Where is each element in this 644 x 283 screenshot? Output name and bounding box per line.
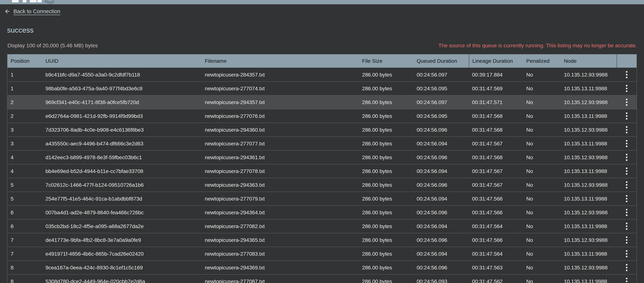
cell-queued-duration: 00:24:56.094 <box>414 196 469 202</box>
column-header-lineage-duration[interactable]: Lineage Duration <box>469 54 523 68</box>
column-header-node[interactable]: Node <box>561 54 616 68</box>
cell-node: 10.135.13.11:9988 <box>561 141 616 147</box>
cell-filename: newtopicusera-277079.txt <box>202 196 359 202</box>
column-header-filename[interactable]: Filename <box>202 54 359 68</box>
column-header-queued-duration[interactable]: Queued Duration <box>414 54 469 68</box>
cell-file-size: 286.00 bytes <box>359 99 414 105</box>
cell-file-size: 286.00 bytes <box>359 85 414 92</box>
table-row[interactable]: 2 969cf341-e40c-4171-8f38-a0fce5fb720d n… <box>8 95 636 109</box>
more-vert-icon <box>626 126 628 133</box>
row-menu-button[interactable] <box>624 193 629 204</box>
cell-queued-duration: 00:24:56.096 <box>414 237 469 243</box>
row-menu-button[interactable] <box>624 138 629 149</box>
cell-queued-duration: 00:24:56.094 <box>414 141 469 147</box>
cell-filename: newtopicusera-277083.txt <box>202 251 359 257</box>
cell-position: 8 <box>8 278 42 283</box>
cell-queued-duration: 00:24:56.094 <box>414 251 469 257</box>
back-to-connection-link[interactable]: Back to Connection <box>4 8 60 14</box>
cell-node: 10.135.12.93:9988 <box>561 154 616 161</box>
row-menu-button[interactable] <box>624 166 629 177</box>
back-arrow-icon <box>4 8 10 14</box>
table-row[interactable]: 5 254e77f5-41e5-464c-91ca-b1abdbbf873d n… <box>8 192 636 205</box>
row-menu-button[interactable] <box>624 207 629 218</box>
table-row[interactable]: 3 a435550c-aec9-4496-b474-df666c3e2d63 n… <box>8 136 636 150</box>
row-menu-button[interactable] <box>624 124 629 135</box>
table-row[interactable]: 1 98bab0fe-a563-475a-9a40-977f4bd3e6c8 n… <box>8 81 636 95</box>
column-header-file-size[interactable]: File Size <box>359 54 414 68</box>
table-row[interactable]: 6 007ba4d1-ad2e-4879-8640-fea466c726bc n… <box>8 205 636 219</box>
row-menu-button[interactable] <box>624 262 629 273</box>
cell-position: 5 <box>8 196 42 202</box>
cell-file-size: 286.00 bytes <box>359 182 414 188</box>
row-menu-button[interactable] <box>624 83 629 94</box>
cell-uuid: de41773e-9bfa-4fb2-8bc8-3e7a0a9a0fe9 <box>42 237 202 243</box>
cell-queued-duration: 00:24:56.094 <box>414 223 469 229</box>
cell-file-size: 286.00 bytes <box>359 154 414 161</box>
table-row[interactable]: 8 9cea167a-0eea-424c-8930-8c1ef1c5c169 n… <box>8 261 636 274</box>
cell-position: 1 <box>8 85 42 92</box>
table-row[interactable]: 5 7c02612c-1466-477f-b124-09510726a1b6 n… <box>8 178 636 192</box>
cell-filename: newtopicusera-277078.txt <box>202 168 359 174</box>
table-row[interactable]: 8 5308d780-dce2-4449-964e-020cbb7e2d6a n… <box>8 274 636 283</box>
row-menu-button[interactable] <box>624 152 629 163</box>
cell-penalized: No <box>523 85 561 92</box>
table-row[interactable]: 3 7d323706-8adb-4c0e-b908-e4c6136f8be3 n… <box>8 123 636 136</box>
nifi-logo-partial <box>12 0 68 4</box>
cell-uuid: 5308d780-dce2-4449-964e-020cbb7e2d6a <box>42 278 202 283</box>
cell-lineage-duration: 00:31:47.568 <box>469 113 523 119</box>
cell-position: 3 <box>8 141 42 147</box>
row-menu-button[interactable] <box>624 69 629 80</box>
row-menu-button[interactable] <box>624 180 629 190</box>
cell-position: 6 <box>8 223 42 229</box>
column-header-penalized[interactable]: Penalized <box>523 54 561 68</box>
queue-table-header: Position UUID Filename File Size Queued … <box>8 54 636 68</box>
cell-uuid: 7c02612c-1466-477f-b124-09510726a1b6 <box>42 182 202 188</box>
cell-filename: newtopicusera-294369.txt <box>202 265 359 271</box>
cell-queued-duration: 00:24:56.093 <box>414 278 469 283</box>
queue-table: Position UUID Filename File Size Queued … <box>7 54 637 283</box>
cell-position: 7 <box>8 251 42 257</box>
row-menu-button[interactable] <box>624 111 629 121</box>
cell-uuid: 035cb2bd-18c2-4f5e-a095-a68a2677da2e <box>42 223 202 229</box>
cell-penalized: No <box>523 237 561 243</box>
cell-lineage-duration: 00:31:47.571 <box>469 99 523 105</box>
cell-penalized: No <box>523 265 561 271</box>
cell-queued-duration: 00:24:56.095 <box>414 85 469 92</box>
row-menu-button[interactable] <box>624 248 629 259</box>
cell-penalized: No <box>523 99 561 105</box>
table-row[interactable]: 4 bb4e69ed-b52d-4944-b11e-cc7bfae33708 n… <box>8 164 636 178</box>
queue-table-body: 1 b9c41bfc-d9a7-4550-a3a0-9c2dfdf7b118 n… <box>8 68 636 283</box>
cell-position: 1 <box>8 72 42 78</box>
cell-penalized: No <box>523 113 561 119</box>
cell-penalized: No <box>523 278 561 283</box>
cell-position: 3 <box>8 127 42 133</box>
table-row[interactable]: 1 b9c41bfc-d9a7-4550-a3a0-9c2dfdf7b118 n… <box>8 68 636 81</box>
cell-position: 4 <box>8 168 42 174</box>
more-vert-icon <box>626 181 628 188</box>
table-row[interactable]: 6 035cb2bd-18c2-4f5e-a095-a68a2677da2e n… <box>8 219 636 233</box>
row-menu-button[interactable] <box>624 97 629 108</box>
cell-penalized: No <box>523 196 561 202</box>
table-row[interactable]: 2 e6d2764a-0981-421d-92fb-9914f9d99bd3 n… <box>8 109 636 123</box>
cell-lineage-duration: 00:31:47.563 <box>469 265 523 271</box>
cell-uuid: 9cea167a-0eea-424c-8930-8c1ef1c5c169 <box>42 265 202 271</box>
column-header-position[interactable]: Position <box>8 54 42 68</box>
cell-lineage-duration: 00:31:47.562 <box>469 278 523 283</box>
cell-penalized: No <box>523 127 561 133</box>
cell-filename: newtopicusera-284357.txt <box>202 72 359 78</box>
row-menu-button[interactable] <box>624 221 629 232</box>
row-menu-button[interactable] <box>624 276 629 283</box>
column-header-uuid[interactable]: UUID <box>42 54 202 68</box>
cell-lineage-duration: 00:39:17.884 <box>469 72 523 78</box>
cell-queued-duration: 00:24:56.096 <box>414 182 469 188</box>
cell-file-size: 286.00 bytes <box>359 196 414 202</box>
table-row[interactable]: 7 e491971f-4856-4b6c-865b-7cad26e02420 n… <box>8 247 636 261</box>
cell-penalized: No <box>523 223 561 229</box>
row-menu-button[interactable] <box>624 235 629 245</box>
cell-position: 7 <box>8 237 42 243</box>
more-vert-icon <box>626 223 628 230</box>
cell-filename: newtopicusera-277087.txt <box>202 278 359 283</box>
table-row[interactable]: 7 de41773e-9bfa-4fb2-8bc8-3e7a0a9a0fe9 n… <box>8 233 636 247</box>
table-row[interactable]: 4 d142eec3-b899-4978-8e3f-59fbec03b6c1 n… <box>8 150 636 164</box>
cell-position: 4 <box>8 154 42 161</box>
